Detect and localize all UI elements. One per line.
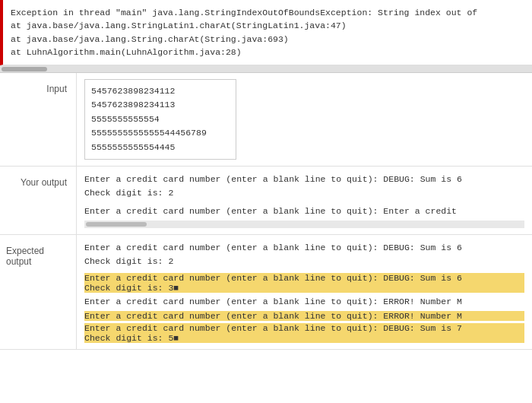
exp-line-1: Enter a credit card number (enter a blan… — [84, 241, 524, 255]
your-output-block-2: Enter a credit card number (enter a blan… — [84, 205, 524, 218]
input-label: Input — [0, 73, 76, 166]
your-output-content: Enter a credit card number (enter a blan… — [76, 167, 532, 234]
exp-highlight3-line-2: Check digit is: 5■ — [84, 333, 524, 343]
your-output-line-1: Enter a credit card number (enter a blan… — [84, 173, 524, 186]
your-output-line-3: Enter a credit card number (enter a blan… — [84, 205, 524, 218]
expected-output-content: Enter a credit card number (enter a blan… — [76, 235, 532, 348]
input-line-5: 5555555555554445 — [91, 141, 230, 154]
error-line-4: at LuhnAlgorithm.main(LuhnAlgorithm.java… — [11, 46, 524, 59]
your-output-label: Your output — [0, 167, 76, 234]
input-line-3: 5555555555554 — [91, 113, 230, 126]
input-box: 5457623898234112 5457623898234113 555555… — [84, 79, 236, 160]
your-output-line-2: Check digit is: 2 — [84, 186, 524, 200]
exp-line-2: Check digit is: 2 — [84, 255, 524, 268]
expected-output-label: Expected output — [0, 235, 76, 348]
input-content: 5457623898234112 5457623898234113 555555… — [76, 73, 532, 166]
exp-highlight-line-1: Enter a credit card number (enter a blan… — [84, 273, 524, 283]
error-hscrollbar[interactable] — [0, 65, 532, 73]
error-line-2: at java.base/java.lang.StringLatin1.char… — [11, 19, 524, 32]
exp-highlight2-line-1: Enter a credit card number (enter a blan… — [84, 311, 524, 321]
error-section: Exception in thread "main" java.lang.Str… — [0, 0, 532, 65]
input-line-1: 5457623898234112 — [91, 84, 230, 98]
input-line-2: 5457623898234113 — [91, 98, 230, 112]
error-line-1: Exception in thread "main" java.lang.Str… — [11, 6, 524, 19]
error-hscroll-thumb[interactable] — [2, 67, 47, 71]
expected-output-row: Expected output Enter a credit card numb… — [0, 235, 532, 349]
main-content: Input 5457623898234112 5457623898234113 … — [0, 73, 532, 350]
your-output-hscrollbar[interactable] — [84, 221, 524, 228]
input-row: Input 5457623898234112 5457623898234113 … — [0, 73, 532, 167]
your-output-row: Your output Enter a credit card number (… — [0, 167, 532, 235]
exp-highlight3-line-1: Enter a credit card number (enter a blan… — [84, 323, 524, 333]
your-output-hscroll-thumb[interactable] — [86, 222, 147, 227]
your-output-block-1: Enter a credit card number (enter a blan… — [84, 173, 524, 200]
exp-line-5: Enter a credit card number (enter a blan… — [84, 295, 524, 309]
input-line-4: 5555555555555544456789 — [91, 126, 230, 140]
error-line-3: at java.base/java.lang.String.charAt(Str… — [11, 33, 524, 46]
exp-highlight-line-2: Check digit is: 3■ — [84, 283, 524, 293]
